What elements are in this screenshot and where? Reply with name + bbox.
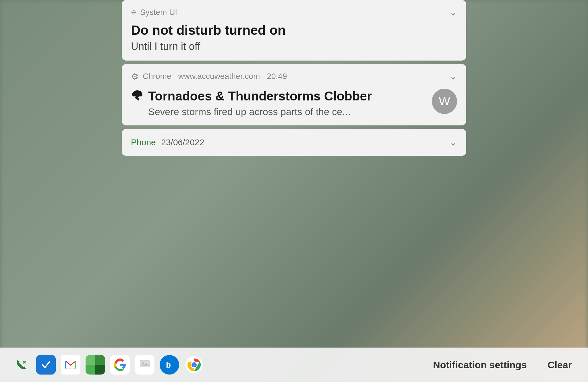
system-ui-notification-subtitle: Until I turn it off <box>131 40 457 53</box>
phone-app-name: Phone <box>131 137 156 147</box>
svg-text:b: b <box>166 360 171 369</box>
system-ui-card-header: ⊖ System UI ⌄ <box>122 0 466 22</box>
chrome-header-left: ⚙ Chrome www.accuweather.com 20:49 <box>131 71 287 82</box>
tasks-dock-icon[interactable] <box>36 355 56 375</box>
svg-rect-3 <box>140 360 149 367</box>
bing-dock-icon[interactable]: b <box>160 355 179 375</box>
phone-header-left: Phone 23/06/2022 <box>131 137 204 147</box>
chrome-notification-title: 🌪 Tornadoes & Thunderstorms Clobber <box>131 89 426 104</box>
system-ui-app-name: System UI <box>140 8 177 17</box>
system-ui-notification-card[interactable]: ⊖ System UI ⌄ Do not disturb turned on U… <box>122 0 466 61</box>
clear-button[interactable]: Clear <box>543 357 577 373</box>
system-ui-chevron-icon[interactable]: ⌄ <box>449 7 457 18</box>
chrome-chevron-icon[interactable]: ⌄ <box>449 71 457 82</box>
photos-dock-icon[interactable] <box>135 355 154 375</box>
bottom-dock-icons: b <box>11 355 428 375</box>
chrome-time: 20:49 <box>267 72 287 81</box>
chrome-card-body: 🌪 Tornadoes & Thunderstorms Clobber Seve… <box>122 86 466 125</box>
chrome-url: www.accuweather.com <box>178 72 260 81</box>
chrome-notification-subtitle: Severe storms fired up across parts of t… <box>131 106 426 117</box>
notification-panel: ⊖ System UI ⌄ Do not disturb turned on U… <box>110 0 478 159</box>
chrome-card-header: ⚙ Chrome www.accuweather.com 20:49 ⌄ <box>122 64 466 86</box>
chrome-dock-icon[interactable] <box>184 355 204 375</box>
chrome-text-area: 🌪 Tornadoes & Thunderstorms Clobber Seve… <box>131 89 426 117</box>
notification-settings-button[interactable]: Notification settings <box>428 357 531 373</box>
chrome-gear-icon: ⚙ <box>131 71 139 82</box>
chrome-notification-card[interactable]: ⚙ Chrome www.accuweather.com 20:49 ⌄ 🌪 T… <box>122 64 466 125</box>
bottom-bar: b Notification settings Clear <box>0 348 588 382</box>
chrome-notification-avatar: W <box>432 89 457 114</box>
maps-dock-icon[interactable] <box>86 355 105 375</box>
phone-date: 23/06/2022 <box>161 137 204 147</box>
phone-chevron-icon[interactable]: ⌄ <box>449 137 457 148</box>
minus-circle-icon: ⊖ <box>131 9 136 16</box>
chrome-app-name: Chrome <box>143 72 171 81</box>
gmail-dock-icon[interactable] <box>61 355 80 375</box>
bottom-actions: Notification settings Clear <box>428 357 577 373</box>
tornado-icon: 🌪 <box>131 89 144 104</box>
system-ui-notification-title: Do not disturb turned on <box>131 22 457 38</box>
system-ui-card-body: Do not disturb turned on Until I turn it… <box>122 22 466 61</box>
google-dock-icon[interactable] <box>110 355 130 375</box>
phone-notification-card[interactable]: Phone 23/06/2022 ⌄ <box>122 129 466 156</box>
system-ui-header-left: ⊖ System UI <box>131 8 177 17</box>
svg-point-8 <box>192 362 197 367</box>
phone-card-header: Phone 23/06/2022 ⌄ <box>122 129 466 156</box>
phone-dock-icon[interactable] <box>11 355 31 375</box>
